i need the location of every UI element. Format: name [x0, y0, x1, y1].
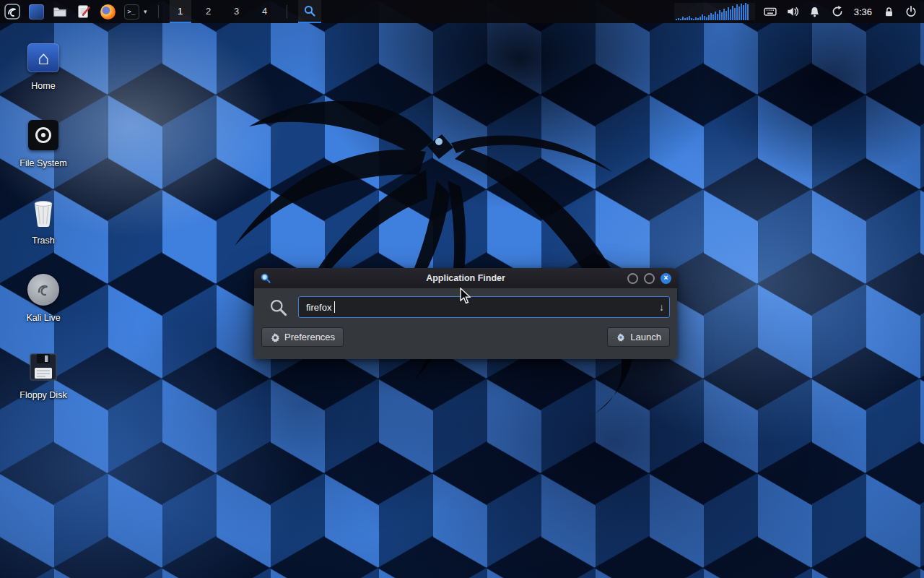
window-title: Application Finder [254, 273, 677, 283]
lock-screen-icon[interactable] [881, 4, 896, 19]
search-input[interactable]: firefox ↓ [298, 296, 670, 318]
desktop-icon-floppy-disk[interactable]: Floppy Disk [9, 350, 78, 400]
panel-launchers: >_ ▾ 1 2 3 4 [0, 0, 321, 23]
kali-menu-icon[interactable] [4, 3, 21, 20]
launch-button-label: Launch [630, 332, 661, 342]
desktop-icon-file-system[interactable]: File System [9, 118, 78, 168]
desktop-icon-home[interactable]: ⌂ Home [9, 40, 78, 91]
preferences-button[interactable]: Preferences [261, 327, 344, 347]
desktop-icon-label: Trash [9, 236, 78, 246]
file-system-icon [28, 120, 58, 150]
notifications-bell-icon[interactable] [808, 4, 822, 19]
minimize-button[interactable] [627, 273, 638, 284]
updates-sync-icon[interactable] [830, 4, 845, 19]
titlebar[interactable]: Application Finder × [254, 268, 677, 288]
terminal-icon[interactable]: >_ [123, 3, 140, 20]
launch-button[interactable]: Launch [607, 327, 670, 347]
search-input-value: firefox [306, 302, 331, 313]
desktop-icon-label: Floppy Disk [9, 390, 78, 400]
window-app-icon [260, 272, 271, 284]
text-editor-icon[interactable] [75, 3, 92, 20]
desktop-icon-kali-live[interactable]: Kali Live [9, 272, 78, 323]
clock[interactable]: 3:36 [853, 7, 873, 17]
volume-icon[interactable] [785, 4, 800, 19]
window-body: firefox ↓ Preferences Launch [254, 288, 677, 359]
file-manager-icon[interactable] [27, 3, 45, 20]
workspace-button-3[interactable]: 3 [226, 0, 248, 23]
search-icon [269, 298, 288, 317]
text-caret [334, 301, 335, 313]
keyboard-icon[interactable] [763, 4, 777, 19]
home-icon: ⌂ [27, 43, 59, 72]
floppy-disk-icon [28, 352, 58, 382]
power-icon[interactable] [904, 4, 918, 19]
trash-icon [29, 197, 58, 228]
panel-separator [158, 5, 159, 18]
dropdown-arrow-icon[interactable]: ↓ [659, 302, 664, 312]
workspace-button-4[interactable]: 4 [254, 0, 276, 23]
gear-icon [270, 332, 280, 342]
workspace-button-1[interactable]: 1 [170, 0, 191, 23]
desktop-icon-label: Kali Live [9, 313, 78, 323]
terminal-dropdown-chevron-icon[interactable]: ▾ [144, 8, 147, 15]
desktop-icon-label: File System [9, 158, 78, 168]
preferences-button-label: Preferences [284, 332, 335, 342]
firefox-icon[interactable] [99, 3, 116, 20]
workspace-button-2[interactable]: 2 [198, 0, 219, 23]
top-panel: >_ ▾ 1 2 3 4 [0, 0, 924, 23]
desktop-icon-label: Home [9, 81, 78, 91]
maximize-button[interactable] [644, 273, 655, 284]
application-finder-window: Application Finder × firefox ↓ [254, 268, 677, 359]
cpu-graph[interactable] [674, 3, 755, 20]
kali-live-icon [27, 274, 59, 306]
folder-icon[interactable] [51, 3, 69, 20]
panel-system-tray: 3:36 [674, 0, 924, 23]
taskbar-application-finder-icon[interactable] [298, 0, 321, 23]
kali-dragon-logo [173, 65, 679, 426]
desktop-icon-trash[interactable]: Trash [9, 195, 78, 246]
launch-icon [616, 332, 626, 342]
panel-separator-2 [287, 5, 287, 18]
close-button[interactable]: × [661, 273, 671, 284]
